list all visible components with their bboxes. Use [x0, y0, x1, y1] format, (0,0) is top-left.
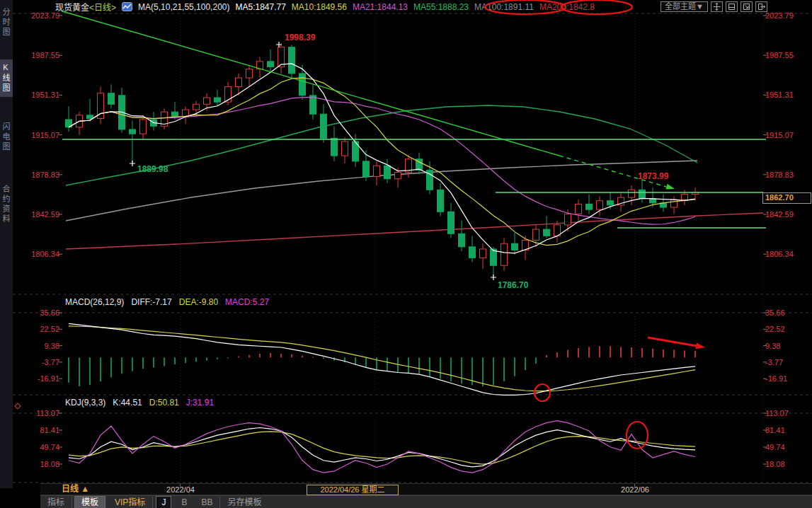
- close-pane-icon[interactable]: [755, 1, 767, 12]
- ma5-value: MA5:1847.77: [235, 2, 285, 12]
- panel-settings-icon[interactable]: [14, 400, 21, 412]
- toolbar-vip-indicators[interactable]: VIP指标: [108, 497, 153, 508]
- kdj-d-value: D:50.81: [149, 398, 179, 408]
- dea-line: [69, 326, 695, 391]
- kdj-title: KDJ(9,3,3): [65, 398, 105, 408]
- diff-line: [69, 323, 695, 395]
- extreme-label: 1889.98: [137, 164, 168, 174]
- ma55-value: MA55:1888.23: [413, 2, 469, 12]
- k-line: [69, 428, 695, 467]
- extreme-label: 1873.99: [638, 171, 669, 181]
- current-price-box: 1862.70: [762, 192, 811, 204]
- time-axis-bar: 日线 ▲ 2022/04 2022/04/26 星期二 2022/06: [40, 483, 812, 495]
- symbol-wrap: 现货黄金 <日线>: [55, 1, 116, 13]
- sidebar-item-flash-chart[interactable]: 闪电图: [0, 119, 13, 156]
- theme-selector-button[interactable]: 全部主题▼: [661, 1, 708, 12]
- toolbar-save-template[interactable]: 另存模板: [220, 497, 268, 508]
- extreme-marker: [491, 275, 496, 280]
- ma200-value: MA200:1842.8: [539, 2, 595, 12]
- macd-title: MACD(26,12,9): [65, 297, 124, 307]
- sidebar-item-time-chart[interactable]: 分时图: [0, 4, 13, 41]
- candles: [66, 43, 699, 275]
- toolbar-templates[interactable]: 模板: [74, 496, 105, 508]
- new-pane-icon[interactable]: [740, 1, 753, 12]
- top-controls: 全部主题▼: [661, 1, 767, 12]
- d-line: [69, 432, 695, 464]
- symbol-name: 现货黄金: [55, 1, 89, 13]
- toolbar-key-bb[interactable]: BB: [194, 497, 220, 508]
- chart-type-icon[interactable]: [122, 2, 132, 11]
- sidebar: 分时图 K线图 闪电图 合约资料: [0, 0, 13, 488]
- extreme-label: 1786.70: [498, 280, 529, 290]
- sidebar-item-contract-info[interactable]: 合约资料: [0, 181, 13, 228]
- macd-histogram: [69, 346, 695, 386]
- main-chart-canvas[interactable]: 1998.391889.981873.991786.70: [0, 0, 812, 508]
- macd-dea-value: DEA:-9.80: [179, 297, 218, 307]
- toolbar-key-b[interactable]: B: [174, 497, 194, 508]
- period-tag[interactable]: <日线>: [89, 1, 116, 13]
- ma10-value: MA10:1849.56: [292, 2, 347, 12]
- extreme-marker: [130, 161, 135, 166]
- ma100-value: MA100:1891.11: [474, 2, 534, 12]
- selected-date-box: 2022/04/26 星期二: [307, 485, 399, 495]
- trendline-arrowhead: [665, 184, 675, 190]
- crosshair-icon[interactable]: [711, 1, 723, 12]
- macd-hist-value: MACD:5.27: [225, 297, 269, 307]
- macd-panel-header: MACD(26,12,9) DIFF:-7.17 DEA:-9.80 MACD:…: [65, 297, 269, 307]
- bottom-toolbar: 指标 模板 VIP指标 J B BB 另存模板: [40, 495, 812, 508]
- time-label-june: 2022/06: [614, 485, 656, 494]
- toolbar-indicators[interactable]: 指标: [40, 497, 72, 508]
- toolbar-key-j[interactable]: J: [156, 496, 171, 508]
- extreme-label: 1998.39: [285, 33, 316, 42]
- chart-header: 现货黄金 <日线> MA(5,10,21,55,100,200) MA5:184…: [55, 0, 595, 13]
- j-line: [69, 421, 695, 473]
- split-pane-icon[interactable]: [726, 1, 738, 12]
- ma21-value: MA21:1844.13: [353, 2, 408, 12]
- ma-params-label: MA(5,10,21,55,100,200): [138, 2, 229, 12]
- kdj-k-value: K:44.51: [113, 398, 142, 408]
- time-label-april: 2022/04: [159, 485, 202, 494]
- macd-diff-value: DIFF:-7.17: [131, 297, 171, 307]
- sidebar-item-kline-chart[interactable]: K线图: [0, 59, 13, 97]
- kdj-j-value: J:31.91: [186, 398, 214, 408]
- kdj-panel-header: KDJ(9,3,3) K:44.51 D:50.81 J:31.91: [65, 398, 214, 408]
